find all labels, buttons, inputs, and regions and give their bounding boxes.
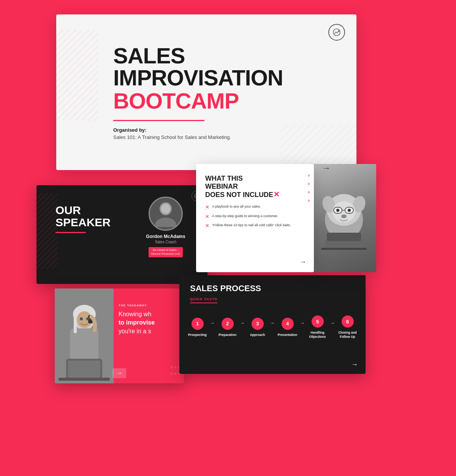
- organized-label: Organised by:: [113, 127, 334, 133]
- takeaway-eyebrow: THE TAKEAWAY: [119, 304, 179, 307]
- step-2: 2 Preparation: [215, 318, 240, 337]
- speaker-avatar: [149, 197, 183, 231]
- chart-icon: [328, 24, 345, 41]
- step-arrow-1: →: [210, 320, 215, 326]
- svg-rect-6: [36, 193, 57, 269]
- woman-illustration: [55, 288, 114, 383]
- x-icon-1: ✕: [205, 204, 209, 211]
- webinar-title-line2: WEBINAR: [205, 183, 238, 190]
- svg-rect-34: [59, 378, 110, 381]
- webinar-item-3-text: "Follow these 10 tips to nail all cold c…: [212, 223, 291, 228]
- step-number-1: 1: [196, 321, 199, 326]
- step-3: 3 Approach: [245, 318, 270, 337]
- svg-point-19: [336, 209, 339, 212]
- takeaway-text-start: Knowing wh: [119, 311, 151, 317]
- takeaway-content: THE TAKEAWAY Knowing wh to improvise you…: [119, 304, 179, 336]
- sales-process-header: SALES PROCESS QUICK FACTS: [179, 275, 366, 307]
- title-sales: SALES: [113, 45, 334, 67]
- svg-point-35: [80, 317, 83, 320]
- step-circle-3: 3: [252, 318, 264, 330]
- webinar-item-2-text: A step-by-step guide to winning a custom…: [212, 214, 278, 219]
- step-5: 5 Handling Objections: [305, 315, 330, 339]
- takeaway-text-bold: to improvise: [119, 319, 155, 326]
- speaker-title-our: OUR: [55, 204, 111, 216]
- step-number-3: 3: [256, 321, 259, 326]
- svg-point-21: [341, 214, 347, 218]
- step-number-2: 2: [226, 321, 229, 326]
- svg-point-20: [348, 209, 351, 212]
- takeaway-nav-arrow[interactable]: →: [112, 368, 126, 378]
- webinar-title-line3: DOES NOT INCLUDE: [205, 191, 273, 199]
- step-number-5: 5: [316, 319, 319, 325]
- svg-rect-29: [74, 314, 77, 333]
- webinar-x-icon: ✕: [273, 190, 280, 199]
- dog-illustration: [319, 185, 369, 251]
- webinar-next-arrow[interactable]: →: [299, 258, 306, 266]
- step-arrow-4: →: [300, 320, 305, 326]
- takeaway-text-end: you're in a s: [119, 328, 151, 334]
- sales-process-title: SALES PROCESS: [190, 284, 355, 293]
- nav-arrow-top[interactable]: →: [322, 163, 331, 173]
- webinar-chevrons: » » » »: [307, 172, 310, 203]
- slide-title-content: SALES IMPROVISATION BOOTCAMP Organised b…: [113, 45, 334, 140]
- title-improvisation: IMPROVISATION: [113, 67, 334, 89]
- step-circle-4: 4: [282, 318, 294, 330]
- step-arrow-2: →: [240, 320, 245, 326]
- organized-by: Sales 101: A Training School for Sales a…: [113, 134, 334, 140]
- speaker-badge: Ex-Head of Sales - Secure Finances LLC: [149, 247, 183, 257]
- svg-point-9: [155, 218, 176, 227]
- slide-speaker: OUR SPEAKER Gordon McAdams Sales Coach E…: [36, 185, 207, 284]
- speaker-role: Sales Coach: [135, 240, 196, 244]
- step-number-6: 6: [346, 319, 349, 325]
- speaker-title-content: OUR SPEAKER: [55, 204, 111, 233]
- webinar-item-1: ✕ A playbook to ace all your sales.: [205, 204, 305, 211]
- step-label-2: Preparation: [218, 333, 236, 337]
- dog-photo-inner: [312, 164, 376, 272]
- svg-rect-22: [325, 240, 363, 249]
- step-arrow-5: →: [330, 320, 335, 326]
- svg-rect-23: [327, 233, 361, 241]
- title-bootcamp: BOOTCAMP: [113, 89, 334, 113]
- step-circle-2: 2: [222, 318, 234, 330]
- step-6: 6 Closing and Follow Up: [335, 315, 360, 339]
- sales-process-subtitle: QUICK FACTS: [190, 297, 217, 303]
- svg-rect-24: [321, 248, 367, 250]
- step-4: 4 Presentation: [275, 318, 300, 337]
- step-label-4: Presentation: [278, 333, 298, 337]
- dog-photo: [312, 164, 376, 272]
- svg-point-36: [86, 317, 89, 320]
- takeaway-chevrons-bottom: »»» »»»: [170, 364, 180, 377]
- slide-sales-process: SALES PROCESS QUICK FACTS 1 Prospecting …: [179, 275, 366, 374]
- webinar-title-line1: WHAT THIS: [205, 175, 243, 182]
- speaker-info: Gordon McAdams Sales Coach Ex-Head of Sa…: [135, 197, 196, 257]
- speaker-diag-lines: [36, 193, 57, 269]
- step-label-3: Approach: [250, 333, 265, 337]
- title-divider: [113, 120, 204, 121]
- slide-webinar: » » » » WHAT THIS WEBINAR DOES NOT INCLU…: [196, 164, 314, 272]
- takeaway-text: Knowing wh to improvise you're in a s: [119, 310, 179, 336]
- step-circle-1: 1: [192, 318, 204, 330]
- step-label-1: Prospecting: [188, 333, 207, 337]
- step-arrow-3: →: [270, 320, 275, 326]
- svg-rect-33: [68, 361, 100, 378]
- svg-rect-1: [56, 30, 98, 121]
- badge-line1: Ex-Head of Sales -: [153, 248, 178, 252]
- webinar-item-2: ✕ A step-by-step guide to winning a cust…: [205, 214, 305, 220]
- step-circle-5: 5: [312, 315, 324, 328]
- svg-point-10: [161, 204, 170, 214]
- step-label-6: Closing and Follow Up: [336, 331, 359, 339]
- slide-title: SALES IMPROVISATION BOOTCAMP Organised b…: [56, 14, 356, 170]
- speaker-divider: [55, 232, 86, 233]
- sales-process-nav-arrow[interactable]: →: [351, 361, 358, 369]
- slide-takeaway: THE TAKEAWAY Knowing wh to improvise you…: [55, 288, 184, 383]
- step-number-4: 4: [286, 321, 289, 326]
- step-1: 1 Prospecting: [185, 318, 210, 337]
- webinar-title: WHAT THIS WEBINAR DOES NOT INCLUDE✕: [205, 175, 305, 199]
- webinar-item-3: ✕ "Follow these 10 tips to nail all cold…: [205, 223, 305, 229]
- woman-photo: [55, 288, 114, 383]
- speaker-title-speaker: SPEAKER: [55, 216, 111, 229]
- x-icon-2: ✕: [205, 213, 209, 220]
- speaker-name: Gordon McAdams: [135, 234, 196, 239]
- badge-line2: Secure Finances LLC: [151, 252, 180, 255]
- x-icon-3: ✕: [205, 222, 209, 229]
